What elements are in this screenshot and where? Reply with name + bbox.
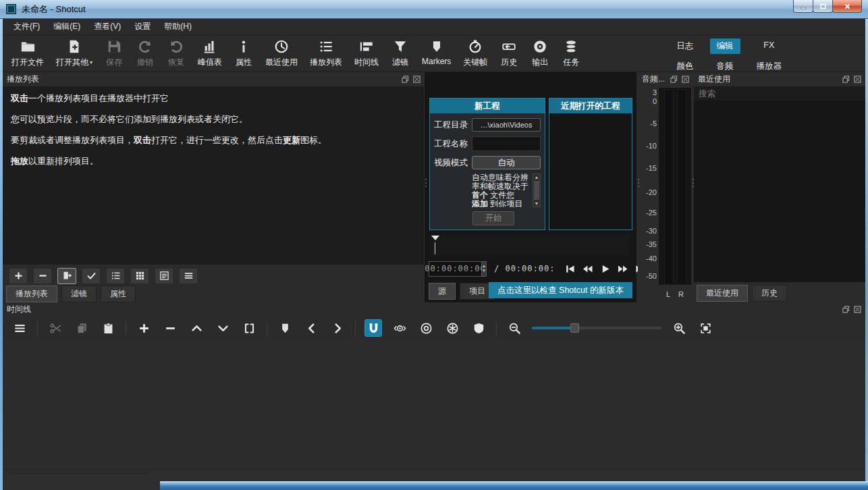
splitter-audio-recent[interactable]: [692, 174, 695, 192]
meter-channel-left: [664, 89, 674, 285]
toolbar-filter-button[interactable]: 滤镜: [385, 38, 416, 70]
playlist-tab-属性[interactable]: 属性: [101, 285, 136, 302]
output-icon: [533, 39, 547, 54]
timeline-ripple-button[interactable]: [417, 319, 435, 337]
close-button[interactable]: [832, 0, 862, 13]
fast-forward-icon: [618, 265, 628, 273]
toolbar-history-button[interactable]: 历史: [493, 38, 524, 70]
close-panel-icon[interactable]: [853, 306, 861, 314]
title-bar[interactable]: 未命名 - Shotcut: [0, 0, 868, 19]
playlist-tab-播放列表[interactable]: 播放列表: [6, 285, 57, 302]
skip-start-button[interactable]: [563, 262, 576, 275]
timeline-scrub-button[interactable]: [391, 319, 408, 337]
db-tick-label: -25: [641, 209, 657, 217]
playlist-menu-button[interactable]: [179, 268, 198, 284]
view-tiles-icon: [135, 271, 145, 281]
toolbar-clock-button[interactable]: 最近使用: [259, 38, 304, 70]
close-panel-icon[interactable]: [853, 76, 861, 84]
timeline-tracks-area[interactable]: [3, 340, 865, 469]
timeline-ripple-all-button[interactable]: [443, 319, 461, 337]
timeline-zoom-in-button[interactable]: [670, 319, 688, 337]
toolbar-stopwatch-button[interactable]: 关键帧: [457, 38, 493, 70]
scroll-down-icon[interactable]: ▼: [535, 200, 539, 207]
toolbar-folder-open-button[interactable]: 打开文件: [5, 38, 50, 70]
toolbar-info-button[interactable]: 属性: [228, 38, 259, 70]
recent-panel: 最近使用 最近使用历史: [694, 72, 865, 302]
timeline-split-button[interactable]: [240, 319, 258, 337]
timeline-zoom-slider[interactable]: [532, 321, 661, 335]
menu-item[interactable]: 设置: [128, 19, 157, 34]
timeline-chevron-up-button[interactable]: [188, 319, 205, 337]
project-folder-button[interactable]: …\xiaoh\Videos: [472, 118, 541, 132]
rewind-button[interactable]: [580, 262, 594, 275]
project-folder-label: 工程目录: [434, 119, 472, 131]
playlist-tab-滤镜[interactable]: 滤镜: [61, 285, 97, 302]
description-scrollbar[interactable]: ▲ ▼: [533, 173, 541, 207]
toolbar-jobs-button[interactable]: 任务: [555, 38, 587, 70]
menu-item[interactable]: 编辑(E): [47, 19, 87, 34]
toolbar-peak-meter-button[interactable]: 峰值表: [192, 38, 228, 70]
timeline-chevron-right-button[interactable]: [329, 319, 346, 337]
timeline-paste-button[interactable]: [99, 319, 117, 337]
playlist-minus-button[interactable]: [33, 268, 52, 284]
toolbar-output-button[interactable]: 输出: [524, 38, 555, 70]
timeline-menu-button[interactable]: [11, 319, 28, 337]
playlist-plus-button[interactable]: [9, 268, 28, 284]
float-panel-icon[interactable]: [842, 76, 850, 84]
float-panel-icon[interactable]: [842, 306, 850, 314]
help-paragraph: 要剪裁或者调整播放列表项目，双击打开它，进行一些更改，然后点击更新图标。: [11, 135, 416, 146]
timecode-field[interactable]: 00:00:00:00: [429, 261, 482, 277]
start-button[interactable]: 开始: [472, 211, 514, 225]
timeline-zoom-fit-button[interactable]: [697, 319, 714, 337]
float-panel-icon[interactable]: [401, 76, 409, 84]
timeline-panel: 时间线: [3, 302, 865, 469]
minimize-button[interactable]: [793, 0, 813, 13]
video-mode-button[interactable]: 自动: [472, 156, 541, 169]
menu-item[interactable]: 文件(F): [7, 19, 47, 34]
play-button[interactable]: [598, 262, 612, 275]
timecode-spinner[interactable]: ▲▼: [482, 261, 487, 277]
layout-button-日志[interactable]: 日志: [670, 38, 701, 54]
float-panel-icon[interactable]: [670, 76, 678, 84]
timeline-marker-button[interactable]: [276, 319, 294, 337]
search-input[interactable]: [694, 86, 865, 101]
layout-button-FX[interactable]: FX: [750, 38, 789, 54]
maximize-button[interactable]: [813, 0, 833, 13]
recent-tab-最近使用[interactable]: 最近使用: [697, 285, 748, 302]
timeline-chevron-down-button[interactable]: [214, 319, 232, 337]
zoom-out-icon: [508, 322, 521, 335]
playlist-view-icons-button[interactable]: [155, 268, 173, 284]
toolbar-list-button[interactable]: 播放列表: [304, 38, 348, 70]
timeline-minus-button[interactable]: [161, 319, 179, 337]
splitter-player-audio[interactable]: [637, 174, 640, 192]
fast-forward-button[interactable]: [616, 262, 629, 275]
toolbar-timeline-button[interactable]: 时间线: [348, 38, 385, 70]
playlist-doc-update-button[interactable]: [57, 268, 76, 284]
playlist-view-tiles-button[interactable]: [130, 268, 149, 284]
menu-item[interactable]: 帮助(H): [157, 19, 198, 34]
menu-item[interactable]: 查看(V): [87, 19, 128, 34]
timeline-chevron-left-button[interactable]: [302, 319, 320, 337]
timeline-ripple-markers-button[interactable]: [470, 319, 487, 337]
layout-button-编辑[interactable]: 编辑: [710, 38, 740, 54]
channel-labels: LR: [659, 290, 691, 298]
scroll-up-icon[interactable]: ▲: [535, 174, 539, 180]
recent-tab-历史[interactable]: 历史: [752, 285, 787, 302]
player-tab-源[interactable]: 源: [429, 283, 456, 300]
timeline-plus-button[interactable]: [135, 319, 153, 337]
recent-files-list[interactable]: [694, 101, 865, 282]
audio-panel-title: 音频...: [642, 74, 665, 85]
playlist-check-button[interactable]: [82, 268, 101, 284]
timeline-zoom-out-button[interactable]: [506, 319, 523, 337]
timeline-magnet-button[interactable]: [364, 319, 382, 337]
toolbar-file-plus-button[interactable]: 打开其他▾: [50, 38, 99, 70]
playlist-view-details-button[interactable]: [106, 268, 125, 284]
update-notice-button[interactable]: 点击这里以检查 Shotcut 的新版本: [489, 282, 632, 298]
project-name-input[interactable]: [472, 136, 541, 151]
close-panel-icon[interactable]: [412, 76, 421, 84]
splitter-playlist-player[interactable]: [425, 174, 427, 192]
toolbar-marker-button[interactable]: Markers: [416, 38, 457, 70]
playhead-icon[interactable]: [431, 236, 439, 240]
close-panel-icon[interactable]: [681, 76, 689, 84]
seek-bar[interactable]: [430, 235, 629, 256]
